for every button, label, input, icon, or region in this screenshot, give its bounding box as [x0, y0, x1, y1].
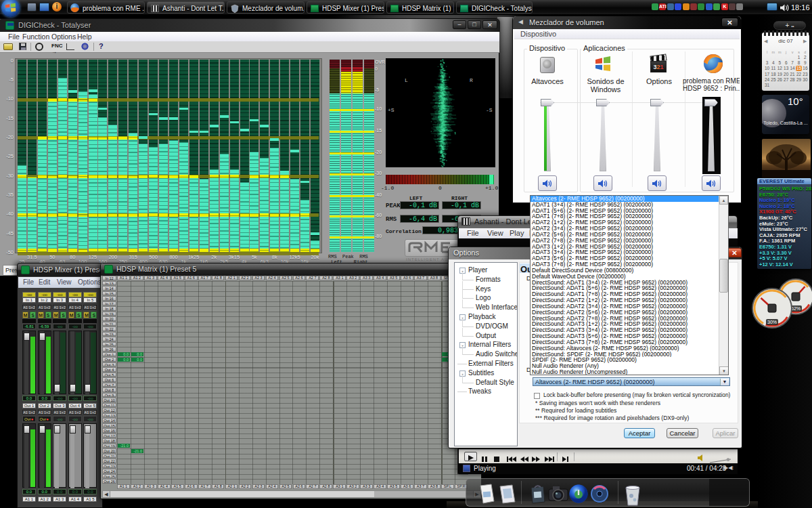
svg-text:30%: 30% — [767, 320, 777, 324]
svg-text:62%: 62% — [791, 306, 800, 311]
